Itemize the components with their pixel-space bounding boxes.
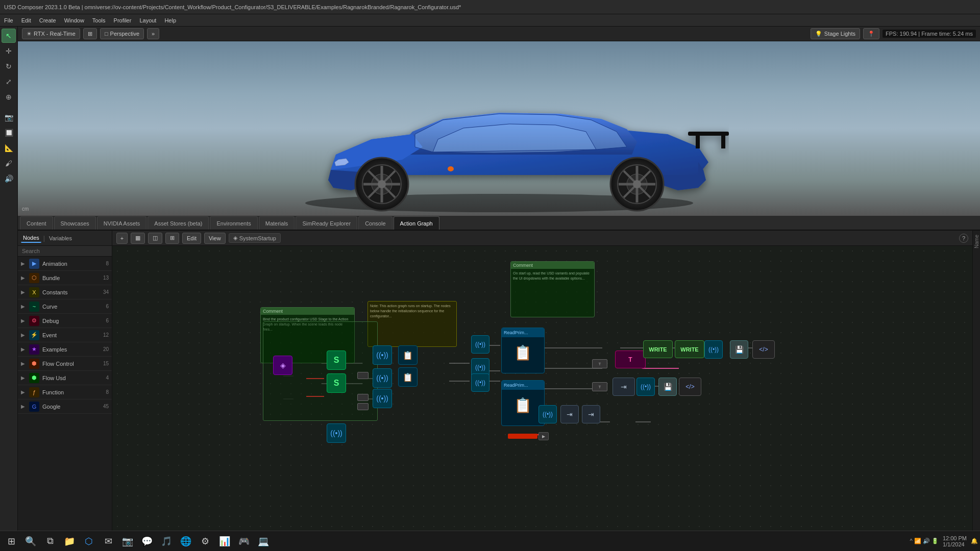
node-storage-2[interactable]: 💾 [658,378,677,396]
nodes-tab[interactable]: Nodes [21,234,41,243]
variables-tab[interactable]: Variables [47,234,74,242]
tab-console[interactable]: Console [358,216,392,230]
menu-tools[interactable]: Tools [92,17,106,23]
grid-btn[interactable]: ⊞ [83,28,97,39]
tab-action-graph[interactable]: Action Graph [394,216,439,230]
menu-help[interactable]: Help [164,17,176,23]
app7-btn[interactable]: 🎮 [235,533,253,549]
node-event-2[interactable]: ((•)) [373,368,392,388]
input-box-2[interactable]: T [592,382,607,391]
menu-create[interactable]: Create [39,17,56,23]
location-btn[interactable]: 📍 [863,28,879,39]
system-startup-tab[interactable]: ◈ SystemStartup [229,233,281,243]
node-wifi-l1[interactable]: ((•)) [471,335,489,354]
rotate-tool[interactable]: ↻ [2,59,16,73]
input-box-1[interactable]: T [592,359,607,368]
layout-btn-3[interactable]: ⊞ [165,233,179,244]
node-branch-1[interactable]: ⇥ [612,378,635,396]
tab-materials[interactable]: Materials [259,216,295,230]
graph-canvas[interactable]: Comment Bind the product configurator US… [112,246,972,551]
universal-tool[interactable]: ⊕ [2,90,16,104]
app2-btn[interactable]: 💬 [138,533,156,549]
node-wifi-r2[interactable]: ((•)) [636,378,655,396]
viewport[interactable]: cm [18,41,980,216]
menu-layout[interactable]: Layout [139,17,156,23]
help-btn[interactable]: ? [959,234,968,243]
taskview-btn[interactable]: ⧉ [41,533,59,549]
menu-file[interactable]: File [4,17,13,23]
category-bundle[interactable]: ▶ ⬡ Bundle 13 [18,271,112,285]
start-btn[interactable]: ⊞ [2,533,20,549]
node-branch-3[interactable]: ⇥ [582,405,600,423]
app5-btn[interactable]: ⚙ [196,533,214,549]
node-search-input[interactable] [18,246,112,257]
category-function[interactable]: ▶ ƒ Function 8 [18,385,112,399]
node-big-doc-1[interactable]: ReadPrim... 📋 [501,328,545,373]
menu-edit[interactable]: Edit [21,17,31,23]
tab-simready[interactable]: SimReady Explorer [296,216,357,230]
node-event-3[interactable]: ((•)) [373,389,392,408]
layout-btn-2[interactable]: ◫ [148,233,162,244]
category-flow-control[interactable]: ▶ ⬢ Flow Control 15 [18,357,112,371]
add-node-btn[interactable]: + [116,233,128,244]
scale-tool[interactable]: ⤢ [2,74,16,89]
menu-window[interactable]: Window [64,17,84,23]
rtx-realtime-btn[interactable]: ☀ RTX - Real-Time [22,28,80,39]
app1-btn[interactable]: 📷 [118,533,137,549]
snap-tool[interactable]: 🔲 [2,126,16,140]
category-constants[interactable]: ▶ X Constants 34 [18,285,112,299]
view-btn[interactable]: View [204,233,226,244]
node-switch-2[interactable]: S [327,373,346,393]
node-event-1[interactable]: ((•)) [373,345,392,365]
edge-btn[interactable]: ⬡ [80,533,98,549]
node-write-2[interactable]: WRITE [675,340,704,358]
curve-icon: ~ [29,302,39,312]
edit-btn[interactable]: Edit [182,233,201,244]
layout-btn-1[interactable]: ▦ [131,233,145,244]
node-code-1[interactable]: </> [752,340,775,359]
node-wifi-b1[interactable]: ((•)) [538,405,557,423]
category-examples[interactable]: ▶ ★ Examples 20 [18,342,112,357]
app3-btn[interactable]: 🎵 [157,533,176,549]
node-code-2[interactable]: </> [679,378,701,396]
search-btn[interactable]: 🔍 [21,533,40,549]
app6-btn[interactable]: 📊 [215,533,234,549]
category-google[interactable]: ▶ G Google 45 [18,399,112,414]
perspective-btn[interactable]: □ Perspective [100,28,144,39]
notification-btn[interactable]: 🔔 [971,538,978,544]
tab-content[interactable]: Content [20,216,53,230]
node-doc-1[interactable]: 📋 [398,345,418,365]
category-event[interactable]: ▶ ⚡ Event 12 [18,328,112,342]
category-debug[interactable]: ▶ ⚙ Debug 6 [18,314,112,328]
select-tool[interactable]: ↖ [2,29,16,43]
paint-tool[interactable]: 🖌 [2,156,16,170]
node-storage-1[interactable]: 💾 [730,340,748,359]
stage-lights-btn[interactable]: 💡 Stage Lights [811,28,860,39]
app8-btn[interactable]: 💻 [254,533,273,549]
node-branch-2[interactable]: ⇥ [560,405,579,423]
category-curve[interactable]: ▶ ~ Curve 6 [18,299,112,314]
more-options-btn[interactable]: » [147,28,159,39]
node-doc-2[interactable]: 📋 [398,367,418,387]
measure-tool[interactable]: 📐 [2,141,16,155]
node-write-1[interactable]: WRITE [643,340,673,358]
camera-tool[interactable]: 📷 [2,110,16,124]
node-wifi-l3[interactable]: ((•)) [471,373,489,392]
node-switch-1[interactable]: S [327,350,346,370]
category-flow-usd[interactable]: ▶ ⬢ Flow Usd 4 [18,371,112,385]
category-animation[interactable]: ▶ ▶ Animation 8 [18,257,112,271]
tab-showcases[interactable]: Showcases [54,216,96,230]
node-event-4[interactable]: ((•)) [327,423,346,443]
tab-environments[interactable]: Environments [210,216,257,230]
node-wifi-r1[interactable]: ((•)) [704,340,723,359]
menu-profiler[interactable]: Profiler [114,17,132,23]
tab-nvidia-assets[interactable]: NVIDIA Assets [97,216,147,230]
node-pink-1[interactable]: T [615,350,646,368]
mail-btn[interactable]: ✉ [99,533,117,549]
audio-tool[interactable]: 🔊 [2,171,16,186]
explorer-btn[interactable]: 📁 [60,533,79,549]
app4-btn[interactable]: 🌐 [177,533,195,549]
node-purple-1[interactable]: ◈ [273,356,292,375]
move-tool[interactable]: ✛ [2,44,16,58]
tab-asset-stores[interactable]: Asset Stores (beta) [148,216,209,230]
